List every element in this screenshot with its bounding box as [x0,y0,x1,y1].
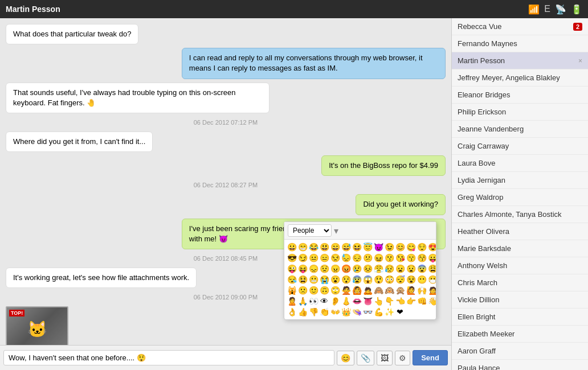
emoji-cell[interactable]: 😁 [297,242,308,252]
contact-item[interactable]: Elizabeth Meeker [452,326,588,343]
emoji-cell[interactable]: 😴 [395,274,405,285]
contact-item[interactable]: Philip Erickson [452,104,588,121]
emoji-cell[interactable]: 🙇 [362,285,373,295]
emoji-cell[interactable]: 😭 [319,274,329,285]
emoji-cell[interactable]: 👊 [416,296,427,306]
emoji-cell[interactable]: 😕 [362,253,373,263]
emoji-cell[interactable]: 👅 [362,296,373,306]
emoji-cell[interactable]: 😱 [362,274,373,285]
emoji-cell[interactable]: 😝 [297,264,308,274]
emoji-cell[interactable]: 😣 [362,264,373,274]
emoji-cell[interactable]: 😐 [308,253,318,263]
contact-item[interactable]: Eleanor Bridges [452,87,588,104]
emoji-cell[interactable]: 😢 [352,264,362,274]
emoji-cell[interactable]: 😆 [352,242,362,252]
emoji-cell[interactable]: 😖 [373,253,383,263]
contact-item[interactable]: Craig Carraway [452,138,588,155]
contact-item[interactable]: Laura Bove [452,155,588,172]
contact-item[interactable]: Aaron Graff [452,343,588,360]
contact-item[interactable]: Heather Olivera [452,223,588,240]
emoji-cell[interactable]: 🙉 [384,285,394,295]
emoji-category-select[interactable]: People Nature Objects Places Symbols [288,224,332,237]
emoji-cell[interactable]: 😦 [395,264,405,274]
emoji-cell[interactable]: 😬 [308,274,318,285]
emoji-cell[interactable]: 😗 [384,253,394,263]
emoji-cell[interactable]: 👍 [297,307,308,317]
emoji-cell[interactable]: 👉 [406,296,416,306]
send-button[interactable]: Send [413,350,448,365]
emoji-cell[interactable]: 👇 [384,296,394,306]
emoji-cell[interactable]: 😲 [373,274,383,285]
contact-item[interactable]: Rebecca Vue2 [452,18,588,35]
emoji-cell[interactable]: 👃 [341,296,351,306]
emoji-cell[interactable]: 😳 [384,274,394,285]
emoji-cell[interactable]: 😂 [308,242,318,252]
emoji-cell[interactable]: 😰 [352,274,362,285]
emoji-cell[interactable]: 🙅 [341,285,351,295]
contact-item[interactable]: Jeanne Vandenberg [452,121,588,138]
settings-button[interactable]: ⚙ [395,351,410,365]
emoji-cell[interactable]: 😉 [384,242,394,252]
emoji-cell[interactable]: 👓 [362,307,373,317]
emoji-cell[interactable]: 😨 [416,264,427,274]
emoji-cell[interactable]: 🙍 [427,285,436,295]
emoji-cell[interactable]: 😫 [297,274,308,285]
contact-item[interactable]: Martin Pesson× [452,52,588,69]
emoji-cell[interactable]: 🙈 [373,285,383,295]
emoji-cell[interactable]: 😥 [384,264,394,274]
emoji-cell[interactable]: 😌 [416,242,427,252]
emoji-cell[interactable]: 😷 [427,274,436,285]
emoji-cell[interactable]: 😛 [427,253,436,263]
emoji-cell[interactable]: 😍 [427,242,436,252]
emoji-button[interactable]: 😊 [337,351,354,365]
emoji-cell[interactable]: 👀 [308,296,318,306]
close-icon[interactable]: × [578,57,582,65]
emoji-cell[interactable]: 🙌 [416,285,427,295]
emoji-cell[interactable]: 👏 [319,307,329,317]
emoji-cell[interactable]: 😙 [406,253,416,263]
emoji-cell[interactable]: 😤 [373,264,383,274]
emoji-cell[interactable]: 👄 [352,296,362,306]
emoji-cell[interactable]: 👆 [373,296,383,306]
emoji-cell[interactable]: 😋 [406,242,416,252]
emoji-cell[interactable]: 🙃 [319,285,329,295]
emoji-cell[interactable]: 🙊 [395,285,405,295]
emoji-cell[interactable]: 😓 [341,253,351,263]
emoji-cell[interactable]: 😠 [330,264,340,274]
contact-item[interactable]: Charles Almonte, Tanya Bostick [452,206,588,223]
contact-item[interactable]: Paula Hance [452,360,588,370]
emoji-cell[interactable]: 💪 [373,307,383,317]
emoji-cell[interactable]: ❤ [395,307,405,317]
emoji-cell[interactable]: 👒 [352,307,362,317]
emoji-cell[interactable]: 😶 [416,274,427,285]
attach-button[interactable]: 📎 [357,351,374,365]
emoji-cell[interactable]: 👁 [319,296,329,306]
emoji-cell[interactable]: 👑 [341,307,351,317]
emoji-cell[interactable]: 😈 [373,242,383,252]
emoji-cell[interactable]: 👋 [427,296,436,306]
emoji-cell[interactable]: 🙎 [287,296,297,306]
emoji-cell[interactable]: 👎 [308,307,318,317]
emoji-cell[interactable]: 😇 [362,242,373,252]
contact-item[interactable]: Vickie Dillion [452,291,588,309]
emoji-cell[interactable]: 🙀 [287,285,297,295]
emoji-cell[interactable]: 😩 [427,264,436,274]
emoji-cell[interactable]: 😒 [330,253,340,263]
contact-item[interactable]: Marie Barksdale [452,240,588,257]
emoji-cell[interactable]: 😑 [319,253,329,263]
contact-item[interactable]: Greg Waldrop [452,189,588,206]
emoji-cell[interactable]: 😀 [287,242,297,252]
emoji-cell[interactable]: 😎 [287,253,297,263]
contact-item[interactable]: Anthony Welsh [452,257,588,274]
emoji-cell[interactable]: 🙋 [406,285,416,295]
emoji-cell[interactable]: 😵 [406,274,416,285]
contact-item[interactable]: Ellen Bright [452,309,588,326]
emoji-cell[interactable]: 😞 [308,264,318,274]
emoji-cell[interactable]: 😜 [287,264,297,274]
emoji-cell[interactable]: 😔 [352,253,362,263]
emoji-cell[interactable]: 😅 [341,242,351,252]
emoji-cell[interactable]: ✨ [384,307,394,317]
emoji-cell[interactable]: 😯 [341,274,351,285]
emoji-cell[interactable]: 😃 [319,242,329,252]
emoji-cell[interactable]: 👂 [330,296,340,306]
